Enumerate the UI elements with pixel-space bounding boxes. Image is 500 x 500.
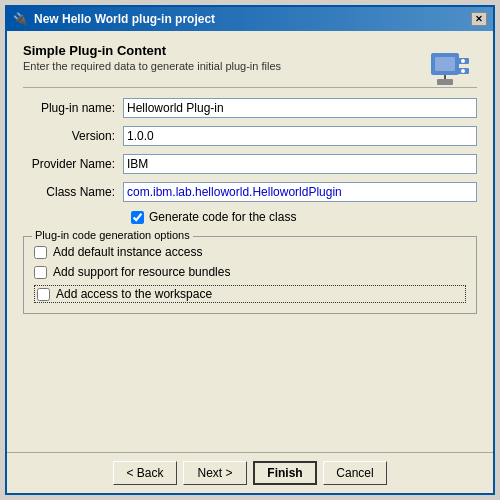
svg-rect-1 xyxy=(435,57,455,71)
option-workspace-label: Add access to the workspace xyxy=(56,287,212,301)
option-default-instance-label: Add default instance access xyxy=(53,245,202,259)
finish-button[interactable]: Finish xyxy=(253,461,317,485)
generate-code-label[interactable]: Generate code for the class xyxy=(149,210,296,224)
cancel-button[interactable]: Cancel xyxy=(323,461,387,485)
option-resource-bundles: Add support for resource bundles xyxy=(34,265,466,279)
generate-code-row: Generate code for the class xyxy=(131,210,477,224)
svg-point-5 xyxy=(461,69,465,73)
dialog-window: 🔌 New Hello World plug-in project ✕ Simp… xyxy=(5,5,495,495)
section-divider xyxy=(23,87,477,88)
version-label: Version: xyxy=(23,129,123,143)
window-title: New Hello World plug-in project xyxy=(34,12,215,26)
group-box-label: Plug-in code generation options xyxy=(32,229,193,241)
version-row: Version: xyxy=(23,126,477,146)
close-button[interactable]: ✕ xyxy=(471,12,487,26)
option-workspace-checkbox[interactable] xyxy=(37,288,50,301)
title-bar: 🔌 New Hello World plug-in project ✕ xyxy=(7,7,493,31)
class-name-row: Class Name: xyxy=(23,182,477,202)
class-name-input[interactable] xyxy=(123,182,477,202)
svg-point-4 xyxy=(461,59,465,63)
codegen-options-group: Plug-in code generation options Add defa… xyxy=(23,236,477,314)
generate-code-checkbox[interactable] xyxy=(131,211,144,224)
option-default-instance-checkbox[interactable] xyxy=(34,246,47,259)
provider-input[interactable] xyxy=(123,154,477,174)
back-button[interactable]: < Back xyxy=(113,461,177,485)
class-name-label: Class Name: xyxy=(23,185,123,199)
plugin-name-input[interactable] xyxy=(123,98,477,118)
button-bar: < Back Next > Finish Cancel xyxy=(7,452,493,493)
plugin-icon xyxy=(427,43,477,87)
plugin-name-row: Plug-in name: xyxy=(23,98,477,118)
provider-row: Provider Name: xyxy=(23,154,477,174)
plugin-name-label: Plug-in name: xyxy=(23,101,123,115)
content-area: Simple Plug-in Content Enter the require… xyxy=(7,31,493,452)
option-default-instance: Add default instance access xyxy=(34,245,466,259)
version-input[interactable] xyxy=(123,126,477,146)
svg-rect-7 xyxy=(437,79,453,85)
section-title: Simple Plug-in Content xyxy=(23,43,281,58)
option-resource-bundles-checkbox[interactable] xyxy=(34,266,47,279)
form-section: Plug-in name: Version: Provider Name: Cl… xyxy=(23,98,477,440)
window-title-icon: 🔌 xyxy=(13,12,28,26)
provider-label: Provider Name: xyxy=(23,157,123,171)
option-resource-bundles-label: Add support for resource bundles xyxy=(53,265,230,279)
next-button[interactable]: Next > xyxy=(183,461,247,485)
section-subtitle: Enter the required data to generate init… xyxy=(23,60,281,72)
option-workspace-access: Add access to the workspace xyxy=(34,285,466,303)
